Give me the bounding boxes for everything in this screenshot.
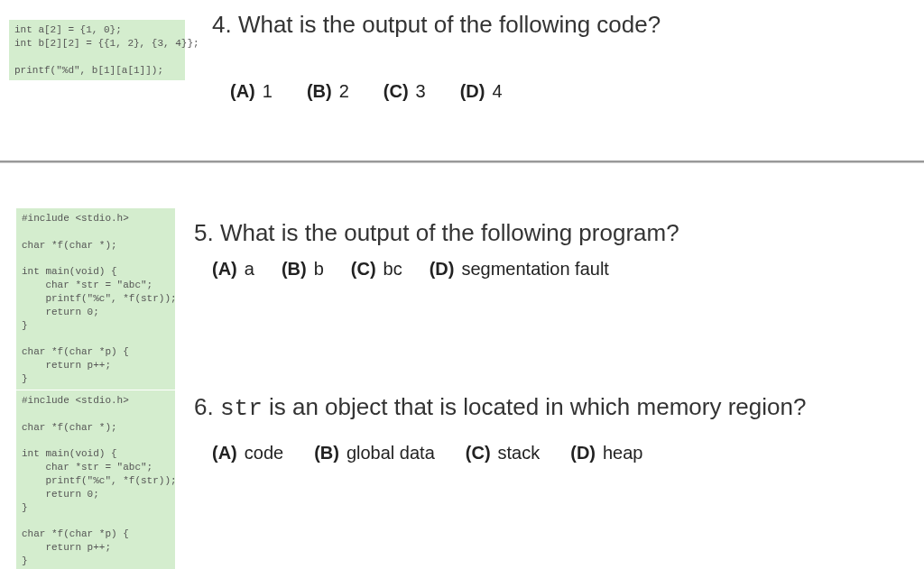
code-inline-str: str xyxy=(220,395,263,422)
code-snippet-q5: #include <stdio.h> char *f(char *); int … xyxy=(16,208,175,390)
answer-q4-c: (C)3 xyxy=(383,81,426,102)
answer-row-q5: (A)a (B)b (C)bc (D)segmentation fault xyxy=(212,259,609,280)
answer-row-q6: (A)code (B)global data (C)stack (D)heap xyxy=(212,443,643,463)
code-snippet-q4: int a[2] = {1, 0}; int b[2][2] = {{1, 2}… xyxy=(9,20,185,80)
slide-q5-q6: #include <stdio.h> char *f(char *); int … xyxy=(0,162,924,569)
answer-q5-d: (D)segmentation fault xyxy=(430,259,609,280)
answer-q4-a: (A)1 xyxy=(230,81,273,102)
answer-q4-d: (D)4 xyxy=(460,81,503,102)
answer-q6-d: (D)heap xyxy=(570,443,642,463)
answer-q6-c: (C)stack xyxy=(466,443,540,463)
question-text-q5: 5. What is the output of the following p… xyxy=(194,219,679,247)
slide-q4: int a[2] = {1, 0}; int b[2][2] = {{1, 2}… xyxy=(0,0,924,162)
answer-q6-b: (B)global data xyxy=(314,443,435,463)
answer-q5-b: (B)b xyxy=(282,259,324,280)
answer-q4-b: (B)2 xyxy=(307,81,349,102)
code-snippet-q6: #include <stdio.h> char *f(char *); int … xyxy=(16,390,175,569)
answer-q6-a: (A)code xyxy=(212,443,283,463)
answer-q5-c: (C)bc xyxy=(351,259,402,280)
question-text-q4: 4. What is the output of the following c… xyxy=(212,11,661,39)
question-text-q6: 6. str is an object that is located in w… xyxy=(194,393,806,422)
answer-q5-a: (A)a xyxy=(212,259,254,280)
answer-row-q4: (A)1 (B)2 (C)3 (D)4 xyxy=(230,81,503,102)
